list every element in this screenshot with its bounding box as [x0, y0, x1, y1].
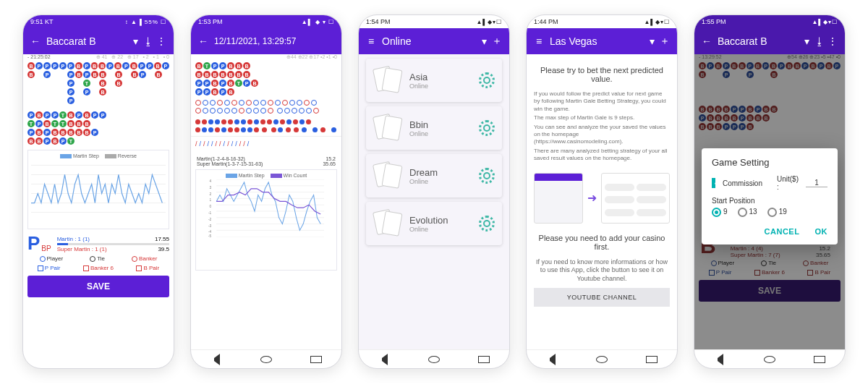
screenshot-5: 1:55 PM ▲▌◆▾☐ ← Baccarat B ▾ ⭳ ⋮ - 13:29…	[694, 14, 846, 369]
martin-value: 17.55	[155, 236, 169, 242]
ok-button[interactable]: OK	[815, 227, 828, 236]
nav-home-icon[interactable]	[428, 356, 440, 363]
sub-info-bar: - 21:25:02 ⊕ 41 ⊕ 22 ⊕ 17 • 2 • 1 • 0	[23, 54, 174, 60]
chart-legend: Martin Step Reverse	[31, 153, 166, 158]
radio-player[interactable]: Player	[40, 255, 64, 262]
prediction-panel: P BP Martin : 1 (1)17.55 Super Martin : …	[23, 232, 174, 254]
screenshot-4: 1:44 PM ▲▌◆▾☐ ≡ Las Vegas ▾ ＋ Please try…	[526, 14, 678, 369]
status-bar: 1:53 PM ▲▌ ◆ ▾ ☐	[191, 15, 341, 28]
android-nav-bar	[527, 349, 677, 368]
casino-status: Online	[409, 82, 472, 90]
nav-recent-icon[interactable]	[646, 356, 658, 363]
marker-road	[191, 116, 341, 136]
gear-icon[interactable]	[479, 216, 495, 231]
gear-icon[interactable]	[479, 120, 495, 136]
body-p3: You can see and analyze the your saved t…	[534, 124, 670, 146]
svg-text:-5: -5	[208, 234, 212, 237]
dropdown-icon[interactable]: ▾	[129, 35, 142, 47]
casino-name: Asia	[409, 72, 472, 82]
gear-icon[interactable]	[479, 168, 495, 184]
nav-recent-icon[interactable]	[310, 356, 322, 363]
cancel-button[interactable]: CANCEL	[765, 227, 800, 236]
app-bar: ← 12/11/2021, 13:29:57	[191, 28, 341, 54]
body-p2: The max step of Martin Gale is 9 steps.	[534, 114, 670, 122]
status-icons: ↕ ▲ ▌55% ☐	[125, 19, 166, 25]
menu-icon[interactable]: ≡	[365, 35, 378, 47]
content-area: Please try to bet the next predicted val…	[527, 54, 677, 349]
nav-recent-icon[interactable]	[478, 356, 490, 363]
back-icon[interactable]: ←	[197, 35, 210, 47]
check-bpair[interactable]: B Pair	[136, 265, 159, 271]
dropdown-icon[interactable]: ▾	[800, 35, 813, 47]
download-icon[interactable]: ⭳	[142, 35, 155, 47]
casino-status: Online	[409, 226, 472, 233]
predicted-bp: BP	[41, 244, 51, 252]
screenshot-2: 1:53 PM ▲▌ ◆ ▾ ☐ ← 12/11/2021, 13:29:57 …	[190, 14, 342, 369]
casino-card[interactable]: Bbin Online	[366, 106, 502, 150]
dropdown-icon[interactable]: ▾	[645, 35, 658, 47]
gear-icon[interactable]	[479, 72, 495, 88]
overflow-icon[interactable]: ⋮	[826, 35, 839, 47]
super-value: 39.5	[158, 246, 169, 252]
content-area: - 21:25:02 ⊕ 41 ⊕ 22 ⊕ 17 • 2 • 1 • 0 BP…	[23, 54, 174, 368]
promo-row: ➜	[534, 173, 670, 224]
status-bar: 1:54 PM ▲▌◆▾☐	[359, 15, 509, 28]
svg-text:1: 1	[210, 199, 212, 203]
add-icon[interactable]: ＋	[490, 35, 503, 48]
arrow-icon: ➜	[587, 191, 597, 205]
body-p1: If you would follow the predict value fo…	[534, 90, 670, 113]
winrate-chart: Martin Step Win Count 43210-1-2-3-4-5	[195, 169, 337, 271]
check-ppair[interactable]: P Pair	[38, 265, 61, 271]
app-bar: ← Baccarat B ▾ ⭳ ⋮	[694, 28, 845, 54]
martin-slider[interactable]	[57, 243, 169, 245]
headline: Please try to bet the next predicted val…	[534, 66, 670, 83]
nav-home-icon[interactable]	[764, 356, 775, 363]
back-icon[interactable]: ←	[29, 35, 42, 47]
overflow-icon[interactable]: ⋮	[155, 35, 168, 47]
nav-back-icon[interactable]	[213, 354, 220, 365]
casino-card[interactable]: Asia Online	[366, 59, 502, 102]
add-icon[interactable]: ＋	[658, 35, 671, 48]
casino-status: Online	[409, 130, 472, 137]
casino-card[interactable]: Dream Online	[366, 154, 502, 197]
casino-card[interactable]: Evolution Online	[366, 202, 502, 245]
radio-13[interactable]: 13	[738, 208, 757, 217]
super-row: Super Martin(1-3-7-15-31-63)35.65	[191, 161, 341, 166]
menu-icon[interactable]: ≡	[532, 35, 545, 47]
svg-text:-2: -2	[208, 218, 212, 221]
casino-name: Dream	[409, 167, 472, 178]
check-banker6[interactable]: Banker 6	[83, 265, 114, 271]
start-pos-radios: 9 13 19	[712, 208, 827, 217]
download-icon[interactable]: ⭳	[813, 35, 826, 47]
svg-text:2: 2	[210, 192, 212, 196]
start-pos-label: Start Position	[712, 197, 827, 205]
radio-tie[interactable]: Tie	[90, 255, 105, 262]
nav-recent-icon[interactable]	[814, 356, 825, 363]
status-time: 1:55 PM	[702, 18, 726, 25]
back-icon[interactable]: ←	[700, 35, 713, 47]
radio-banker[interactable]: Banker	[132, 255, 157, 262]
martin-label: Martin : 1 (1)	[57, 236, 90, 242]
nav-home-icon[interactable]	[260, 356, 272, 363]
casino-name: Bbin	[409, 119, 472, 130]
save-button[interactable]: SAVE	[27, 276, 169, 297]
nav-back-icon[interactable]	[548, 354, 556, 365]
bet-side-checks: P Pair Banker 6 B Pair	[23, 263, 174, 273]
unit-input[interactable]: 1	[806, 179, 827, 187]
content-area: ⊕44 ⊕22 ⊕17 •2 •1 •0 BTPPBBB BBBBBBB PPB…	[191, 54, 341, 349]
counters: ⊕ 41 ⊕ 22 ⊕ 17 • 2 • 1 • 0	[96, 54, 169, 60]
radio-19[interactable]: 19	[767, 208, 787, 217]
radio-9[interactable]: 9	[712, 208, 728, 217]
nav-back-icon[interactable]	[716, 354, 723, 365]
commission-checkbox[interactable]	[712, 178, 715, 188]
nav-back-icon[interactable]	[380, 354, 388, 365]
commission-label: Commission	[723, 179, 762, 187]
dialog-actions: CANCEL OK	[712, 227, 827, 236]
status-icons: ▲▌◆▾☐	[812, 19, 838, 25]
youtube-button[interactable]: YOUTUBE CHANNEL	[534, 288, 670, 307]
app-title: Las Vegas	[550, 35, 645, 47]
line-chart-svg: 43210-1-2-3-4-5	[199, 179, 333, 237]
dropdown-icon[interactable]: ▾	[477, 35, 490, 47]
app-title: 12/11/2021, 13:29:57	[214, 36, 336, 46]
nav-home-icon[interactable]	[596, 356, 608, 363]
